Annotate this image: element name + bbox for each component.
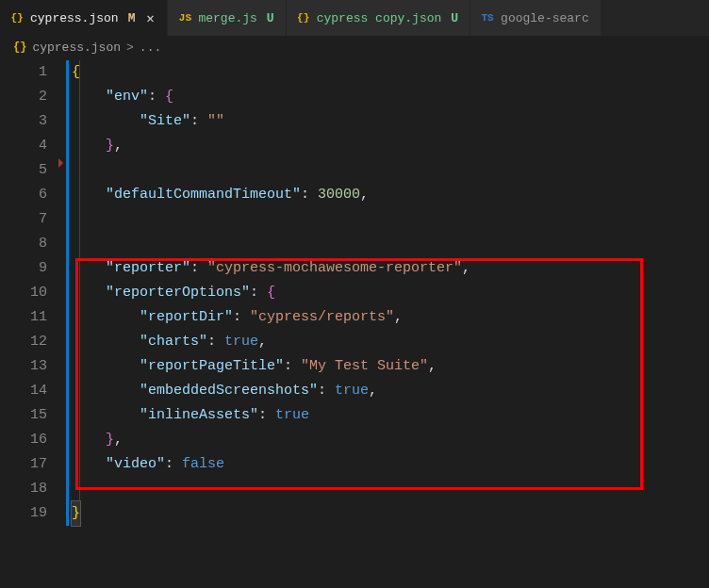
token-bool: true (335, 383, 369, 399)
line-number: 5 (0, 158, 66, 183)
token-brace-p: { (165, 89, 173, 105)
breadcrumb[interactable]: {} cypress.json > ... (0, 36, 709, 58)
token-key: "reporter" (106, 260, 190, 276)
tab-status: U (263, 11, 274, 25)
token-text (72, 309, 140, 325)
code-line[interactable] (66, 158, 709, 183)
line-number: 11 (0, 305, 66, 330)
token-brace-p: { (267, 285, 275, 301)
token-text (72, 407, 140, 423)
token-bool: true (224, 334, 258, 350)
token-key: "reporterOptions" (106, 285, 250, 301)
code-line[interactable] (66, 232, 709, 256)
tab-status: U (447, 11, 458, 25)
line-number: 19 (0, 501, 66, 526)
token-text (72, 187, 106, 203)
line-number: 6 (0, 183, 66, 207)
code-line[interactable]: "embeddedScreenshots": true, (66, 379, 709, 403)
token-key: "embeddedScreenshots" (140, 383, 318, 399)
token-text: , (258, 334, 267, 350)
token-str: "My Test Suite" (301, 358, 428, 374)
tab-status: M (124, 11, 136, 25)
token-str: "" (207, 113, 224, 129)
editor[interactable]: 12345678910111213141516171819 { "env": {… (0, 58, 709, 588)
token-brace-p: } (106, 138, 114, 154)
token-text: : (165, 456, 182, 472)
token-text (72, 89, 106, 105)
line-number: 2 (0, 85, 66, 109)
tab-3[interactable]: TSgoogle-searc (470, 0, 602, 36)
token-text (72, 334, 140, 350)
token-last: } (72, 501, 80, 526)
line-number: 14 (0, 379, 66, 403)
code-line[interactable]: "Site": "" (66, 109, 709, 134)
token-text (72, 358, 140, 374)
line-number: 12 (0, 330, 66, 354)
line-number: 18 (0, 477, 66, 501)
braces-icon: {} (296, 10, 311, 25)
tab-2[interactable]: {}cypress copy.jsonU (287, 0, 470, 36)
code-line[interactable]: { (66, 60, 709, 85)
token-key: "defaultCommandTimeout" (106, 187, 301, 203)
token-text (72, 260, 106, 276)
token-text: : (207, 334, 224, 350)
tab-bar: {}cypress.jsonM✕JSmerge.jsU{}cypress cop… (0, 0, 709, 36)
code-line[interactable] (66, 477, 709, 501)
token-text: : (190, 260, 207, 276)
token-text: : (258, 407, 275, 423)
line-number: 1 (0, 60, 66, 85)
error-marker-icon (58, 158, 63, 168)
js-file-icon: JS (177, 10, 192, 25)
token-num: 30000 (318, 187, 360, 203)
tab-label: cypress.json (30, 11, 119, 25)
code-line[interactable]: "reportPageTitle": "My Test Suite", (66, 354, 709, 379)
code-line[interactable]: "charts": true, (66, 330, 709, 354)
line-number: 8 (0, 232, 66, 256)
token-key: "reportDir" (140, 309, 233, 325)
token-key: "video" (106, 456, 165, 472)
line-gutter: 12345678910111213141516171819 (0, 58, 66, 588)
token-brace-p: } (106, 432, 114, 448)
code-line[interactable] (66, 207, 709, 232)
token-text: , (462, 260, 470, 276)
code-line[interactable]: "reporterOptions": { (66, 281, 709, 305)
token-text: : (233, 309, 250, 325)
tab-label: cypress copy.json (317, 11, 442, 25)
token-bool: false (182, 456, 224, 472)
code-area[interactable]: { "env": { "Site": "" }, "defaultCommand… (66, 58, 709, 588)
token-key: "Site" (140, 113, 190, 129)
line-number: 7 (0, 207, 66, 232)
tab-label: google-searc (501, 11, 589, 25)
token-text: : (190, 113, 207, 129)
tab-1[interactable]: JSmerge.jsU (168, 0, 286, 36)
token-text: : (284, 358, 301, 374)
braces-icon: {} (13, 41, 26, 54)
token-text: : (250, 285, 267, 301)
code-line[interactable]: } (66, 501, 709, 526)
code-line[interactable]: "reporter": "cypress-mochawesome-reporte… (66, 256, 709, 281)
line-number: 15 (0, 403, 66, 428)
token-text: , (114, 138, 123, 154)
token-text: , (369, 383, 377, 399)
code-line[interactable]: "reportDir": "cypress/reports", (66, 305, 709, 330)
code-line[interactable]: "env": { (66, 85, 709, 109)
token-text: , (360, 187, 369, 203)
code-line[interactable]: }, (66, 428, 709, 452)
close-icon[interactable]: ✕ (140, 10, 156, 26)
token-text: , (114, 432, 123, 448)
token-brace-y: { (72, 64, 80, 80)
line-number: 13 (0, 354, 66, 379)
code-line[interactable]: "inlineAssets": true (66, 403, 709, 428)
code-line[interactable]: "defaultCommandTimeout": 30000, (66, 183, 709, 207)
code-line[interactable]: }, (66, 134, 709, 158)
tab-0[interactable]: {}cypress.jsonM✕ (0, 0, 168, 36)
token-str: "cypress/reports" (250, 309, 394, 325)
code-line[interactable]: "video": false (66, 452, 709, 477)
token-text: : (301, 187, 318, 203)
chevron-right-icon: > (126, 41, 134, 55)
line-number: 17 (0, 452, 66, 477)
token-text (72, 113, 140, 129)
breadcrumb-file: cypress.json (32, 41, 121, 55)
token-key: "charts" (140, 334, 207, 350)
line-number: 9 (0, 256, 66, 281)
